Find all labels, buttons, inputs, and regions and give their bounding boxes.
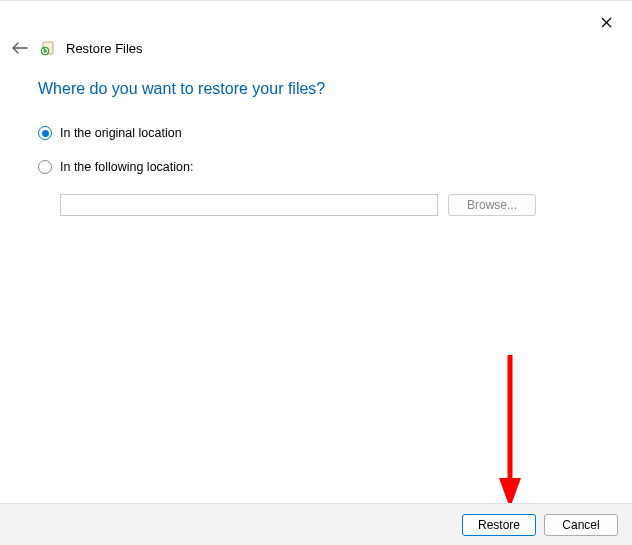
close-icon xyxy=(601,17,612,28)
cancel-button[interactable]: Cancel xyxy=(544,514,618,536)
annotation-arrow-icon xyxy=(495,350,525,510)
wizard-header: Restore Files xyxy=(10,38,143,58)
restore-files-icon xyxy=(38,38,58,58)
page-heading: Where do you want to restore your files? xyxy=(38,80,594,98)
top-divider xyxy=(0,0,632,1)
radio-following[interactable] xyxy=(38,160,52,174)
radio-original[interactable] xyxy=(38,126,52,140)
location-path-input[interactable] xyxy=(60,194,438,216)
cancel-button-label: Cancel xyxy=(562,518,599,532)
browse-button[interactable]: Browse... xyxy=(448,194,536,216)
browse-button-label: Browse... xyxy=(467,198,517,212)
option-following-label: In the following location: xyxy=(60,160,193,174)
location-row: Browse... xyxy=(60,194,594,216)
option-original-label: In the original location xyxy=(60,126,182,140)
back-arrow-icon xyxy=(12,42,28,54)
restore-button-label: Restore xyxy=(478,518,520,532)
close-button[interactable] xyxy=(594,10,618,34)
main-content: Where do you want to restore your files?… xyxy=(38,80,594,216)
back-button[interactable] xyxy=(10,38,30,58)
window-title: Restore Files xyxy=(66,41,143,56)
option-following-location[interactable]: In the following location: xyxy=(38,160,594,174)
dialog-footer: Restore Cancel xyxy=(0,503,632,545)
restore-button[interactable]: Restore xyxy=(462,514,536,536)
option-original-location[interactable]: In the original location xyxy=(38,126,594,140)
